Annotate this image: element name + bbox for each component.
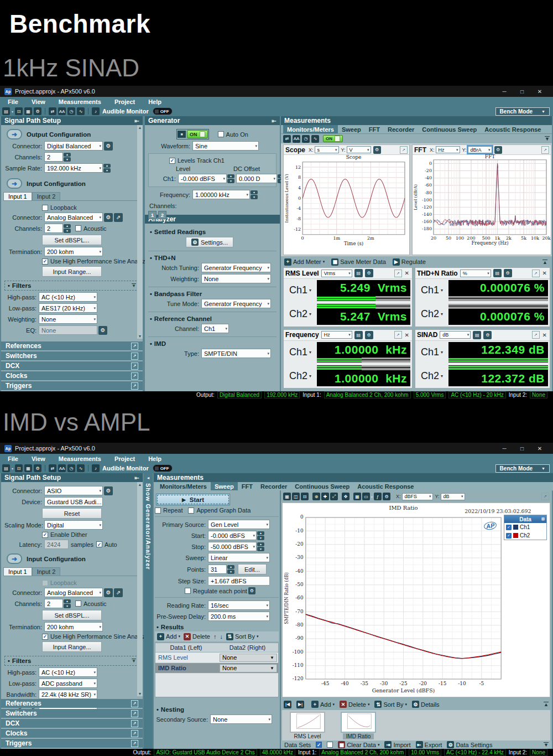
audible-monitor-toggle[interactable]: OFF [153, 107, 173, 115]
sort-by-button[interactable]: ⇅Sort By▾ [226, 633, 259, 640]
notch-tuning-select[interactable]: Generator Frequency▾ [201, 263, 271, 272]
scaling-mode-select[interactable]: Digital▾ [44, 520, 103, 530]
popout-icon[interactable]: ↗ [131, 710, 138, 717]
points-spinner[interactable]: ▲▼ [227, 565, 234, 574]
filters-section[interactable]: •Filters▼ [4, 656, 139, 666]
input-channels-spinner[interactable]: ▲▼ [64, 599, 71, 608]
channel-selector[interactable]: Ch2▾ [285, 304, 315, 325]
tune-mode-select[interactable]: Generator Frequency▾ [201, 299, 271, 308]
tab-input-1[interactable]: Input 1 [3, 567, 32, 576]
dock-icon[interactable]: ⇤ [135, 118, 139, 124]
bench-mode-button[interactable]: Bench Mode▼ [495, 107, 550, 116]
new-file-icon[interactable]: ▤ [2, 107, 10, 115]
menu-view[interactable]: View [32, 99, 45, 105]
latency-auto-checkbox[interactable]: ✓ [96, 541, 102, 547]
aa-monitor-icon[interactable]: AA [293, 135, 300, 143]
regulate-each-point-checkbox[interactable] [185, 588, 191, 594]
tab-input-2[interactable]: Input 2 [32, 567, 61, 576]
print-graph-icon[interactable]: ⊟ [301, 493, 309, 500]
high-performance-sine-checkbox[interactable]: ✓ [42, 258, 48, 265]
repeat-checkbox[interactable] [155, 508, 161, 514]
reference-channel-select[interactable]: Ch1▾ [201, 324, 229, 333]
imd-section[interactable]: IMD [154, 340, 166, 347]
save-icon[interactable]: ▦ [24, 107, 32, 115]
channel-selector[interactable]: Ch1▾ [285, 280, 315, 301]
fft-popout-icon[interactable]: ↗ [541, 146, 549, 154]
settled-readings-section[interactable]: Settled Readings [154, 229, 206, 235]
sweep-type-select[interactable]: Linear▾ [208, 553, 270, 562]
clock-icon[interactable]: ◷ [67, 107, 75, 115]
data-settings-button[interactable]: ⚙Data Settings [447, 741, 492, 748]
clear-data-button[interactable]: ▦Clear Data▾ [338, 741, 379, 748]
title-bar[interactable]: Ap Project.approjx - APx500 v6.0 ─ □ ✕ [0, 443, 553, 454]
aa-monitor-icon[interactable]: AA [58, 107, 66, 115]
audible-monitor-toggle[interactable]: OFF [153, 464, 173, 472]
menu-file[interactable]: File [8, 455, 18, 462]
sidebar-section-clocks[interactable]: Clocks↗ [1, 371, 143, 380]
reference-channel-section[interactable]: Reference Channel [154, 315, 212, 322]
sweep-stop-input[interactable]: -50.000 dBFS▾ [208, 542, 257, 551]
frequency-input[interactable]: 1.00000 kHz▾ [192, 190, 250, 199]
regulate-button[interactable]: ▶Regulate [393, 258, 426, 266]
results-section[interactable]: Results [161, 624, 184, 630]
maximize-button[interactable]: □ [513, 446, 531, 452]
auto-on-checkbox[interactable] [218, 131, 224, 137]
channel-2-button[interactable]: 2 [158, 211, 166, 219]
highpass-select[interactable]: AC (<10 Hz)▾ [39, 667, 97, 677]
weighting-select[interactable]: None▾ [39, 314, 97, 324]
pan-icon[interactable]: ✚ [321, 493, 329, 500]
high-performance-sine-checkbox[interactable]: ✓ [42, 634, 48, 640]
nesting-section[interactable]: Nesting [161, 706, 184, 713]
data2-select[interactable]: None▼ [220, 664, 277, 672]
clock-icon[interactable]: ◷ [302, 135, 310, 143]
meter-popout-icon[interactable]: ↗ [532, 270, 540, 277]
sort-by-button[interactable]: ⇅Sort By▾ [374, 701, 407, 708]
save-meter-data-button[interactable]: ▦Save Meter Data [331, 258, 386, 266]
autoscale-icon[interactable]: ✥ [342, 493, 349, 500]
signal-path-icon[interactable]: ⇄ [49, 464, 56, 472]
input-connector-settings-icon[interactable]: ⚙ [104, 588, 113, 597]
settings-gear-icon[interactable]: ⚙ [34, 107, 41, 115]
menu-measurements[interactable]: Measurements [59, 455, 101, 462]
fft-x-unit-select[interactable]: Hz▾ [436, 146, 460, 153]
channel-selector[interactable]: Ch1▾ [285, 342, 315, 363]
input-range-button[interactable]: Input Range... [42, 266, 102, 277]
meter-settings-icon[interactable]: ⚙ [365, 269, 373, 277]
channel-selector[interactable]: Ch2▾ [285, 365, 315, 386]
meter-unit-select[interactable]: %▾ [460, 270, 491, 277]
show-generator-analyzer-strip[interactable]: ◂ Show Generator/Analyzer [144, 473, 153, 749]
first-result-icon[interactable]: |◀ [284, 701, 291, 708]
menu-help[interactable]: Help [148, 99, 161, 105]
dataset-2-checkbox[interactable] [327, 742, 333, 748]
reading-rate-select[interactable]: 16/sec▾ [208, 600, 270, 610]
tab-recorder[interactable]: Recorder [384, 125, 418, 133]
new-file-dropdown-icon[interactable]: ▾ [12, 467, 13, 470]
legend-item-ch2[interactable]: ✓Ch2 [504, 531, 546, 540]
autohide-pin-icon[interactable]: ▼ [544, 742, 549, 747]
thdn-weighting-select[interactable]: None▾ [201, 274, 271, 283]
meter-popout-icon[interactable]: ↗ [532, 331, 540, 339]
menu-measurements[interactable]: Measurements [59, 99, 101, 105]
sidebar-section-switchers[interactable]: Switchers↗ [1, 709, 143, 718]
sample-rate-spinner[interactable]: ▲▼ [103, 163, 111, 173]
add-result-button[interactable]: +Add▾ [157, 633, 180, 640]
lowpass-select[interactable]: ADC passband▾ [39, 679, 97, 688]
sidebar-section-references[interactable]: References↗ [1, 699, 143, 708]
acoustic-checkbox[interactable] [75, 600, 81, 607]
open-file-icon[interactable]: ⊡ [15, 107, 23, 115]
level-spinner[interactable]: ▲▼ [227, 174, 234, 183]
sidebar-section-triggers[interactable]: Triggers↗ [1, 381, 143, 390]
cursor-icon[interactable]: ▭ [362, 493, 370, 500]
points-stepper[interactable]: 31 [208, 565, 227, 574]
title-bar[interactable]: Ap Project.approjx - APx500 v6.0 ─ □ ✕ [0, 86, 553, 97]
function-icon[interactable]: ƒ [374, 493, 382, 500]
delete-button[interactable]: ✕Delete▾ [340, 701, 369, 708]
table-view-icon[interactable]: ▦ [353, 493, 361, 500]
pre-sweep-delay-select[interactable]: 200.0 ms▾ [208, 612, 270, 621]
graph-popout-icon[interactable]: ↗ [541, 493, 549, 500]
export-button[interactable]: ⇤Export [416, 741, 442, 748]
new-file-dropdown-icon[interactable]: ▾ [12, 110, 13, 113]
input-channels-stepper[interactable]: 2 [44, 599, 63, 608]
left-panel-scrollbar[interactable]: ▲▼ [137, 125, 143, 339]
output-channels-stepper[interactable]: 2 [44, 152, 63, 162]
